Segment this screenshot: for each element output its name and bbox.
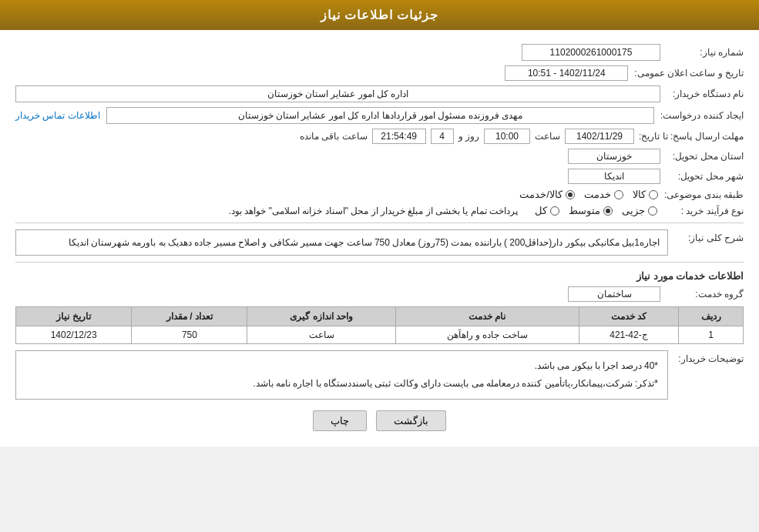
nooe-farayand-label: نوع فرآیند خرید : bbox=[667, 206, 744, 216]
mohlat-saat-label: ساعت bbox=[535, 131, 560, 142]
cell-vahed: ساعت bbox=[247, 326, 395, 344]
shahr-label: شهر محل تحویل: bbox=[667, 171, 744, 182]
col-vahed: واحد اندازه گیری bbox=[247, 307, 395, 326]
radio-motevaset-dot bbox=[603, 206, 613, 216]
col-nam: نام خدمت bbox=[395, 307, 579, 326]
mohlat-baqi: 21:54:49 bbox=[372, 129, 426, 144]
khedmat-label: خدمت bbox=[584, 189, 611, 200]
towzihat-value: *40 درصد اجرا با بیکور می باشد. *تذکر: ش… bbox=[15, 350, 668, 400]
kala-label: کالا bbox=[633, 189, 646, 200]
gorooh-value: ساختمان bbox=[568, 286, 660, 302]
sharh-niaz-label: شرح کلی نیاز: bbox=[674, 229, 744, 243]
col-radif: ردیف bbox=[679, 307, 744, 326]
page-title: جزئیات اطلاعات نیاز bbox=[321, 8, 439, 22]
mohlat-rooz-label: روز و bbox=[458, 131, 479, 142]
mohlat-label: مهلت ارسال پاسخ: تا تاریخ: bbox=[639, 131, 744, 142]
radio-motevaset[interactable]: متوسط bbox=[569, 205, 613, 216]
ijad-konande-label: ایجاد کننده درخواست: bbox=[660, 110, 744, 121]
radio-jozi[interactable]: جزیی bbox=[622, 205, 657, 216]
mohlat-baqi-label: ساعت باقی مانده bbox=[300, 131, 368, 142]
radio-kol[interactable]: کل bbox=[535, 205, 559, 216]
khadamat-section-title: اطلاعات خدمات مورد نیاز bbox=[15, 270, 744, 282]
radio-kala-khedmat-dot bbox=[566, 190, 575, 199]
nam-dastgah-value: اداره کل امور عشایر استان خوزستان bbox=[15, 85, 660, 102]
radio-khedmat-dot bbox=[614, 190, 623, 199]
mohlat-rooz: 4 bbox=[431, 129, 454, 144]
ettelaat-tamas-link[interactable]: اطلاعات تماس خریدار bbox=[15, 110, 100, 121]
motevaset-label: متوسط bbox=[569, 205, 600, 216]
tarikh-elan-value: 1402/11/24 - 10:51 bbox=[505, 65, 628, 81]
jozi-label: جزیی bbox=[622, 205, 645, 216]
tarikh-elan-label: تاریخ و ساعت اعلان عمومی: bbox=[634, 68, 744, 79]
shomara-niaz-label: شماره نیاز: bbox=[667, 47, 744, 58]
nam-dastgah-label: نام دستگاه خریدار: bbox=[667, 89, 744, 99]
action-buttons: بازگشت چاپ bbox=[15, 410, 744, 431]
print-button[interactable]: چاپ bbox=[313, 410, 367, 431]
radio-jozi-dot bbox=[648, 206, 657, 216]
ijad-konande-value: مهدی فروزنده مسئول امور قراردادها اداره … bbox=[106, 107, 654, 124]
col-tarikh: تاریخ نیاز bbox=[16, 307, 132, 326]
mohlat-saat: 10:00 bbox=[484, 129, 530, 144]
pardakht-desc: پرداخت تمام یا بخشی از مبلغ خریدار از مح… bbox=[229, 206, 518, 216]
radio-kala-khedmat[interactable]: کالا/خدمت bbox=[519, 189, 575, 200]
radio-kala-dot bbox=[649, 190, 658, 199]
shahr-value: اندیکا bbox=[568, 169, 660, 184]
towzihat-label: توضیحات خریدار: bbox=[674, 350, 744, 364]
kol-label: کل bbox=[535, 205, 547, 216]
cell-nam: ساخت جاده و راهآهن bbox=[395, 326, 579, 344]
col-kod: کد خدمت bbox=[579, 307, 678, 326]
ostan-value: خوزستان bbox=[568, 149, 660, 164]
cell-radif: 1 bbox=[679, 326, 744, 344]
shomara-niaz-value: 1102000261000175 bbox=[522, 44, 660, 61]
cell-kod: ج-42-421 bbox=[579, 326, 678, 344]
sharh-niaz-value: اجاره1بیل مکانیکی بیکور دار(حداقل200 ) ب… bbox=[15, 229, 668, 256]
mohlat-date: 1402/11/29 bbox=[565, 129, 634, 144]
ostan-label: استان محل تحویل: bbox=[667, 151, 744, 162]
table-row: 1 ج-42-421 ساخت جاده و راهآهن ساعت 750 1… bbox=[16, 326, 744, 344]
kala-khedmat-label: کالا/خدمت bbox=[519, 189, 563, 200]
tabaqe-label: طبقه بندی موضوعی: bbox=[664, 189, 744, 200]
radio-kol-dot bbox=[550, 206, 559, 216]
gorooh-label: گروه خدمت: bbox=[667, 289, 744, 299]
col-tedad: تعداد / مقدار bbox=[132, 307, 247, 326]
services-table: ردیف کد خدمت نام خدمت واحد اندازه گیری ت… bbox=[15, 306, 744, 344]
page-header: جزئیات اطلاعات نیاز bbox=[0, 0, 759, 30]
back-button[interactable]: بازگشت bbox=[376, 410, 446, 431]
cell-tedad: 750 bbox=[132, 326, 247, 344]
radio-kala[interactable]: کالا bbox=[633, 189, 658, 200]
cell-tarikh: 1402/12/23 bbox=[16, 326, 132, 344]
radio-khedmat[interactable]: خدمت bbox=[584, 189, 623, 200]
